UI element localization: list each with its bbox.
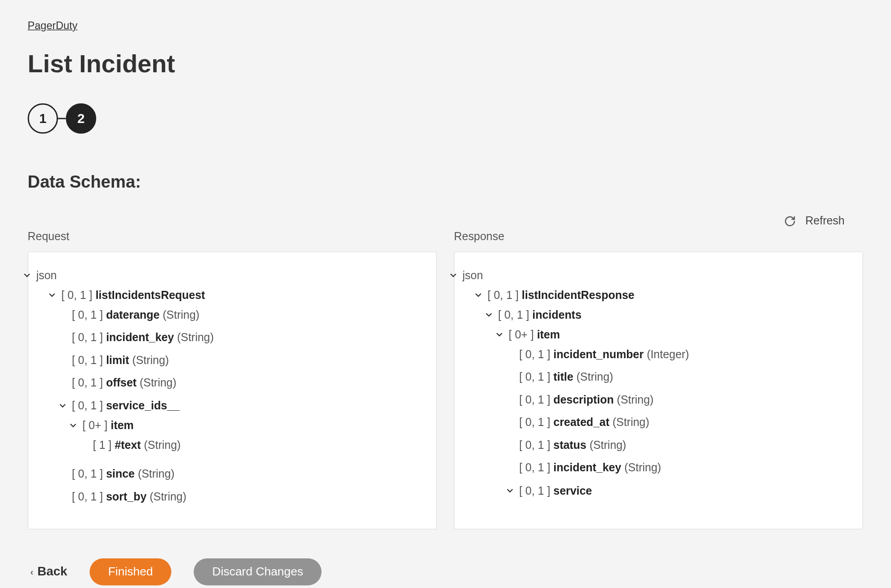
tree-node[interactable]: [ 0, 1 ] description (String)	[506, 391, 853, 408]
response-column: Response json	[454, 230, 863, 529]
tree-node-incidents[interactable]: [ 0, 1 ] incidents	[485, 307, 853, 323]
tree-node-service[interactable]: [ 0, 1 ] service	[506, 483, 853, 499]
cardinality: [ 0, 1 ]	[61, 289, 92, 301]
field-name: offset	[106, 377, 137, 389]
back-label: Back	[37, 564, 67, 579]
chevron-down-icon	[449, 272, 457, 279]
response-panel: json [ 0, 1 ] listIncidentResponse	[454, 251, 863, 529]
tree-node[interactable]: [ 0, 1 ] status (String)	[506, 437, 853, 453]
field-name: since	[106, 468, 135, 480]
section-title: Data Schema:	[28, 172, 863, 192]
tree-node-list-incidents-request[interactable]: [ 0, 1 ] listIncidentsRequest	[48, 287, 427, 303]
cardinality: [ 0, 1 ]	[519, 484, 550, 497]
cardinality: [ 0, 1 ]	[72, 308, 103, 321]
field-name: item	[110, 419, 133, 432]
field-type: (String)	[138, 468, 175, 480]
cardinality: [ 0, 1 ]	[488, 289, 519, 301]
cardinality: [ 0, 1 ]	[519, 348, 550, 360]
request-column: Request json	[28, 230, 437, 529]
tree-node[interactable]: [ 0, 1 ] daterange (String)	[59, 307, 427, 323]
tree-node-json[interactable]: json	[23, 267, 427, 284]
field-type: (String)	[144, 439, 181, 452]
tree-node-list-incident-response[interactable]: [ 0, 1 ] listIncidentResponse	[474, 287, 853, 303]
tree-node[interactable]: [ 0, 1 ] incident_key (String)	[59, 329, 427, 346]
field-type: (String)	[613, 416, 649, 429]
cardinality: [ 0, 1 ]	[519, 461, 550, 474]
field-name: sort_by	[106, 490, 146, 503]
field-name: #text	[115, 439, 141, 452]
page-title: List Incident	[28, 50, 863, 78]
tree-node-item[interactable]: [ 0+ ] item	[495, 326, 853, 343]
cardinality: [ 0, 1 ]	[72, 399, 103, 412]
field-name: listIncidentResponse	[522, 289, 635, 301]
tree-node-item[interactable]: [ 0+ ] item	[69, 417, 427, 434]
tree-node[interactable]: [ 0, 1 ] offset (String)	[59, 375, 427, 391]
tree-node-json[interactable]: json	[449, 267, 853, 284]
cardinality: [ 0, 1 ]	[72, 331, 103, 344]
request-panel: json [ 0, 1 ] listIncidentsRequest	[28, 251, 437, 529]
tree-label: json	[463, 267, 483, 284]
field-name: description	[553, 394, 613, 406]
field-type: (String)	[150, 490, 186, 503]
tree-node[interactable]: [ 0, 1 ] incident_key (String)	[506, 460, 853, 476]
refresh-label: Refresh	[805, 215, 844, 228]
tree-node-service-ids[interactable]: [ 0, 1 ] service_ids__	[59, 397, 427, 414]
field-name: limit	[106, 354, 129, 367]
cardinality: [ 0, 1 ]	[498, 308, 529, 321]
field-name: listIncidentsRequest	[96, 289, 205, 301]
step-1[interactable]: 1	[28, 103, 58, 133]
chevron-left-icon: ‹	[30, 566, 33, 577]
tree-label: json	[36, 267, 57, 284]
cardinality: [ 0, 1 ]	[72, 354, 103, 367]
field-name: daterange	[106, 308, 159, 321]
field-name: service_ids__	[106, 399, 180, 412]
step-connector	[58, 118, 66, 119]
field-name: incidents	[532, 308, 581, 321]
cardinality: [ 0, 1 ]	[519, 416, 550, 429]
field-name: service	[553, 484, 592, 497]
chevron-down-icon	[69, 422, 77, 429]
refresh-icon	[784, 215, 796, 227]
chevron-down-icon	[485, 312, 493, 318]
tree-node[interactable]: [ 0, 1 ] incident_number (Integer)	[506, 346, 853, 363]
field-type: (String)	[140, 377, 176, 389]
tree-node[interactable]: [ 0, 1 ] sort_by (String)	[59, 488, 427, 505]
tree-node[interactable]: [ 0, 1 ] title (String)	[506, 369, 853, 386]
cardinality: [ 0, 1 ]	[72, 468, 103, 480]
request-label: Request	[28, 230, 437, 243]
discard-changes-button[interactable]: Discard Changes	[194, 558, 322, 585]
breadcrumb[interactable]: PagerDuty	[28, 20, 78, 31]
back-button[interactable]: ‹ Back	[30, 564, 67, 579]
chevron-down-icon	[495, 331, 503, 338]
finished-button[interactable]: Finished	[90, 558, 172, 585]
chevron-down-icon	[59, 403, 67, 409]
cardinality: [ 0, 1 ]	[519, 394, 550, 406]
chevron-down-icon	[474, 292, 482, 298]
field-name: title	[553, 371, 573, 383]
tree-node[interactable]: [ 0, 1 ] limit (String)	[59, 352, 427, 369]
tree-node[interactable]: [ 0, 1 ] since (String)	[59, 465, 427, 482]
tree-node[interactable]: [ 1 ] #text (String)	[80, 437, 427, 453]
field-type: (String)	[577, 371, 613, 383]
field-name: status	[553, 439, 586, 452]
cardinality: [ 0+ ]	[509, 328, 534, 341]
field-name: item	[537, 328, 560, 341]
field-type: (String)	[177, 331, 214, 344]
cardinality: [ 0, 1 ]	[72, 377, 103, 389]
field-type: (Integer)	[647, 348, 689, 360]
cardinality: [ 0+ ]	[82, 419, 107, 432]
field-type: (String)	[617, 394, 654, 406]
field-name: created_at	[553, 416, 609, 429]
stepper: 1 2	[28, 103, 863, 133]
field-name: incident_key	[553, 461, 621, 474]
tree-node[interactable]: [ 0, 1 ] created_at (String)	[506, 414, 853, 431]
field-type: (String)	[163, 308, 199, 321]
cardinality: [ 1 ]	[93, 439, 112, 452]
cardinality: [ 0, 1 ]	[519, 439, 550, 452]
response-label: Response	[454, 230, 863, 243]
refresh-button[interactable]: Refresh	[784, 215, 844, 228]
chevron-down-icon	[23, 272, 31, 279]
cardinality: [ 0, 1 ]	[519, 371, 550, 383]
step-2[interactable]: 2	[66, 103, 96, 133]
field-type: (String)	[132, 354, 169, 367]
